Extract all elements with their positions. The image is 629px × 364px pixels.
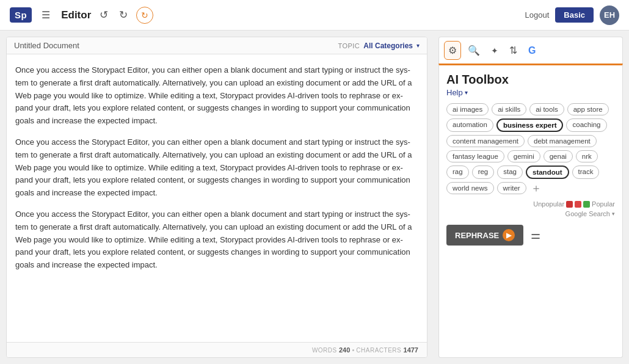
tag-gemini[interactable]: gemini <box>507 150 540 162</box>
google-search-row[interactable]: Google Search ▾ <box>446 210 615 217</box>
editor-topbar: Untitled Document TOPIC All Categories ▾ <box>7 37 427 54</box>
menu-icon[interactable]: ☰ <box>39 7 53 23</box>
tag-business-expert[interactable]: business expert <box>496 118 564 132</box>
google-search-label: Google Search <box>565 210 610 217</box>
popular-label: Popular <box>592 200 615 208</box>
tag-track[interactable]: track <box>572 166 600 179</box>
popularity-legend: Unpopular Popular <box>446 200 615 208</box>
char-count: 1477 <box>404 346 418 354</box>
topic-caret-icon[interactable]: ▾ <box>416 42 420 49</box>
tag-reg[interactable]: reg <box>472 166 495 179</box>
tag-writer[interactable]: writer <box>497 182 526 194</box>
tag-fantasy-league[interactable]: fantasy league <box>446 150 504 162</box>
tag-content-management[interactable]: content management <box>446 135 525 147</box>
rephrase-label: REPHRASE <box>455 231 499 240</box>
topbar-right: Logout Basic EH <box>525 5 619 25</box>
paragraph-1: Once you access the Storypact Editor, yo… <box>15 64 418 128</box>
editor-footer: WORDS 240 • CHARACTERS 1477 <box>7 342 427 357</box>
toolbox-title: AI Toolbox <box>446 73 615 87</box>
refresh-button[interactable]: ↻ <box>136 7 153 24</box>
basic-button[interactable]: Basic <box>555 7 594 23</box>
tag-standout[interactable]: standout <box>526 166 569 179</box>
toolbox-icon-row: ⚙ 🔍 ✦ ⇅ G <box>438 37 623 64</box>
logo: Sp <box>10 7 32 23</box>
pop-dot-2 <box>575 201 581 208</box>
pop-dot-3 <box>583 201 590 208</box>
editor-title: Editor <box>61 9 91 21</box>
tags-container: ai images ai skills ai tools app store a… <box>446 103 615 194</box>
toolbox-filter-button[interactable]: ⇅ <box>505 41 522 60</box>
word-count-label: WORDS <box>312 347 339 354</box>
tag-coaching[interactable]: coaching <box>566 118 606 132</box>
right-panel: ⚙ 🔍 ✦ ⇅ G AI Toolbox Help ▾ ai images ai… <box>434 37 623 358</box>
help-label: Help <box>446 88 463 97</box>
tag-automation[interactable]: automation <box>446 118 493 132</box>
help-link[interactable]: Help ▾ <box>446 88 615 97</box>
rephrase-arrow-icon: ▶ <box>503 229 515 241</box>
doc-title: Untitled Document <box>14 41 334 50</box>
tag-ai-skills[interactable]: ai skills <box>492 103 526 115</box>
paragraph-2: Once you access the Storypact Editor, yo… <box>15 136 418 200</box>
tag-ai-tools[interactable]: ai tools <box>529 103 564 115</box>
toolbox-body: AI Toolbox Help ▾ ai images ai skills ai… <box>438 64 623 358</box>
toolbox-search-button[interactable]: 🔍 <box>464 41 484 60</box>
toolbox-google-button[interactable]: G <box>524 42 540 60</box>
toolbox-gear-button[interactable]: ⚙ <box>444 41 461 60</box>
topbar: Sp ☰ Editor ↺ ↻ ↻ Logout Basic EH <box>0 0 629 31</box>
rephrase-bar: REPHRASE ▶ ⚌ <box>446 225 615 246</box>
paragraph-3: Once you access the Storypact Editor, yo… <box>15 208 418 272</box>
google-search-caret-icon: ▾ <box>612 211 615 217</box>
help-caret-icon: ▾ <box>465 89 468 96</box>
char-count-label: CHARACTERS <box>356 347 403 354</box>
tag-rag[interactable]: rag <box>446 166 469 179</box>
tag-stag[interactable]: stag <box>497 166 523 179</box>
editor-content[interactable]: Once you access the Storypact Editor, yo… <box>7 54 427 342</box>
topic-select[interactable]: All Categories <box>363 42 413 50</box>
rephrase-settings-button[interactable]: ⚌ <box>528 226 543 244</box>
main-layout: Untitled Document TOPIC All Categories ▾… <box>0 31 629 364</box>
pop-dot-1 <box>566 201 573 208</box>
redo-button[interactable]: ↻ <box>117 6 130 24</box>
word-count: 240 <box>339 346 350 354</box>
avatar: EH <box>600 5 619 25</box>
tag-genai[interactable]: genai <box>544 150 573 162</box>
topic-label: TOPIC <box>338 42 360 49</box>
editor-panel: Untitled Document TOPIC All Categories ▾… <box>6 37 427 358</box>
add-tag-button[interactable]: ＋ <box>529 182 543 194</box>
logout-link[interactable]: Logout <box>525 10 550 20</box>
toolbox-sparkle-button[interactable]: ✦ <box>487 42 503 59</box>
tag-app-store[interactable]: app store <box>567 103 609 115</box>
tag-ai-images[interactable]: ai images <box>446 103 489 115</box>
undo-button[interactable]: ↺ <box>97 6 111 24</box>
tag-debt-management[interactable]: debt management <box>528 135 597 147</box>
tag-world-news[interactable]: world news <box>446 182 494 194</box>
rephrase-button[interactable]: REPHRASE ▶ <box>446 225 523 246</box>
unpopular-label: Unpopular <box>533 200 564 208</box>
tag-nrk[interactable]: nrk <box>576 150 598 162</box>
